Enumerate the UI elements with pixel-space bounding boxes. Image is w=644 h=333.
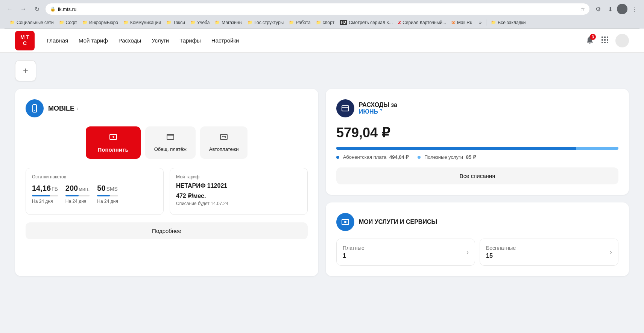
nav-expenses[interactable]: Расходы xyxy=(118,37,141,44)
notification-bell[interactable]: 3 xyxy=(585,35,594,46)
legend-amount-secondary: 85 ₽ xyxy=(466,154,476,160)
header-right: 3 xyxy=(585,34,629,47)
packet-sms: 50SMS На 24 дня xyxy=(97,184,118,204)
browser-avatar xyxy=(617,4,627,14)
nav-settings[interactable]: Настройки xyxy=(211,37,239,44)
user-avatar[interactable] xyxy=(615,34,629,47)
add-account-button[interactable]: + xyxy=(15,60,36,81)
reload-button[interactable]: ↻ xyxy=(32,4,42,14)
promise-icon xyxy=(166,132,175,143)
bookmark-gov[interactable]: 📁 Гос.структуры xyxy=(245,19,286,26)
svg-rect-7 xyxy=(604,42,606,43)
min-unit: мин. xyxy=(79,186,90,192)
sms-value: 50 xyxy=(97,184,105,192)
bookmark-sport[interactable]: 📁 спорт xyxy=(314,19,337,26)
extension-icon1[interactable]: ⚙ xyxy=(593,4,603,14)
svg-rect-8 xyxy=(607,42,608,43)
nav-tariff[interactable]: Мой тариф xyxy=(79,37,108,44)
folder-icon: 📁 xyxy=(190,20,196,25)
bookmark-serial2[interactable]: Z Сериал Карточный... xyxy=(396,19,448,26)
folder-icon: 📁 xyxy=(10,20,15,25)
bookmark-mail[interactable]: ✉ Mail.Ru xyxy=(449,19,475,26)
bookmark-soft[interactable]: 📁 Софт xyxy=(57,19,79,26)
nav-tariffs[interactable]: Тарифы xyxy=(179,37,201,44)
bookmark-shops[interactable]: 📁 Магазины xyxy=(213,19,245,26)
min-days: На 24 дня xyxy=(65,199,90,204)
bookmarks-bar: 📁 Социальные сети 📁 Софт 📁 ИнформБюро 📁 … xyxy=(5,17,639,29)
sms-days: На 24 дня xyxy=(97,199,118,204)
legend-dot-main xyxy=(336,156,339,159)
packets-tariff-row: Остатки пакетов 14,16ГБ На 24 дня xyxy=(26,168,308,215)
all-bookmarks[interactable]: 📁 Все закладки xyxy=(489,19,528,26)
packet-min: 200мин. На 24 дня xyxy=(65,184,90,204)
svg-rect-6 xyxy=(601,42,603,43)
bookmark-socials[interactable]: 📁 Социальные сети xyxy=(8,19,56,26)
mobile-card-header: MOBILE › xyxy=(26,99,308,117)
svg-rect-3 xyxy=(601,39,603,41)
gb-value: 14,16 xyxy=(32,184,51,192)
paid-services-item[interactable]: Платные 1 › xyxy=(336,239,475,266)
mobile-title-link[interactable]: MOBILE › xyxy=(48,105,79,113)
autopay-button[interactable]: Автоплатежи xyxy=(200,126,248,159)
grid-icon[interactable] xyxy=(600,35,609,46)
gb-days: На 24 дня xyxy=(32,199,58,204)
forward-button[interactable]: → xyxy=(18,4,29,14)
free-label: Бесплатные xyxy=(486,245,516,251)
download-icon[interactable]: ⬇ xyxy=(605,4,615,14)
legend-amount-main: 494,04 ₽ xyxy=(389,154,409,160)
folder-icon: 📁 xyxy=(316,20,321,25)
expense-progress-bar xyxy=(336,147,618,150)
legend-item-secondary: Полезные услуги 85 ₽ xyxy=(418,154,475,160)
browser-toolbar: ← → ↻ 🔒 lk.mts.ru ☆ ⚙ ⬇ ⋮ xyxy=(5,3,639,15)
services-title: МОИ УСЛУГИ И СЕРВИСЫ xyxy=(359,219,437,225)
bookmark-work[interactable]: 📁 Работа xyxy=(287,19,313,26)
expense-prog-main xyxy=(336,147,576,150)
expenses-card: РАСХОДЫ за ИЮНЬ ˅ 579,04 ₽ xyxy=(326,89,629,195)
svg-rect-2 xyxy=(607,36,608,38)
free-service-info: Бесплатные 15 xyxy=(486,245,516,259)
all-transactions-button[interactable]: Все списания xyxy=(336,167,618,184)
address-bar[interactable]: 🔒 lk.mts.ru ☆ xyxy=(45,3,590,15)
cards-grid: MOBILE › Пополнить xyxy=(15,89,629,276)
mts-nav: Главная Мой тариф Расходы Услуги Тарифы … xyxy=(47,37,239,44)
autopay-icon xyxy=(219,132,228,143)
bookmarks-more-btn[interactable]: » xyxy=(477,19,484,26)
packets-box: Остатки пакетов 14,16ГБ На 24 дня xyxy=(26,168,164,215)
svg-rect-1 xyxy=(604,36,606,38)
folder-icon: 📁 xyxy=(248,20,253,25)
z-icon: Z xyxy=(398,20,401,25)
right-column: РАСХОДЫ за ИЮНЬ ˅ 579,04 ₽ xyxy=(326,89,629,276)
folder-icon: 📁 xyxy=(215,20,220,25)
mts-logo[interactable]: М ТС xyxy=(15,31,35,50)
notification-count: 3 xyxy=(590,34,596,40)
min-progress-fill xyxy=(65,195,79,196)
free-services-item[interactable]: Бесплатные 15 › xyxy=(480,239,618,266)
details-button[interactable]: Подробнее xyxy=(26,222,308,239)
min-value: 200 xyxy=(65,184,78,192)
topup-button[interactable]: Пополнить xyxy=(86,126,141,159)
menu-icon[interactable]: ⋮ xyxy=(629,4,639,14)
expenses-month-selector[interactable]: ИЮНЬ ˅ xyxy=(359,108,397,116)
expense-legend: Абонентская плата 494,04 ₽ Полезные услу… xyxy=(336,154,618,160)
nav-services[interactable]: Услуги xyxy=(152,37,169,44)
url-text: lk.mts.ru xyxy=(58,6,579,12)
toolbar-icons: ⚙ ⬇ ⋮ xyxy=(593,4,639,14)
chevron-right-icon: › xyxy=(77,105,79,111)
packet-items: 14,16ГБ На 24 дня 200мин. xyxy=(32,184,157,208)
promised-payment-button[interactable]: Обещ. платёж xyxy=(145,126,196,159)
bookmark-taxi[interactable]: 📁 Такси xyxy=(164,19,187,26)
bookmark-komm[interactable]: 📁 Коммуникации xyxy=(121,19,163,26)
back-button[interactable]: ← xyxy=(5,4,15,14)
svg-point-20 xyxy=(344,221,346,223)
separator xyxy=(486,20,486,26)
services-header: МОИ УСЛУГИ И СЕРВИСЫ xyxy=(336,213,618,231)
profile-icon[interactable] xyxy=(617,4,627,14)
svg-rect-14 xyxy=(167,134,174,140)
bookmark-study[interactable]: 📁 Учеба xyxy=(188,19,212,26)
expenses-amount: 579,04 ₽ xyxy=(336,125,618,141)
bookmark-inform[interactable]: 📁 ИнформБюро xyxy=(80,19,120,26)
services-icon xyxy=(336,213,354,231)
folder-icon: 📁 xyxy=(491,20,496,25)
bookmark-serial1[interactable]: HD Смотреть сериал К... xyxy=(337,19,395,26)
nav-home[interactable]: Главная xyxy=(47,37,68,44)
